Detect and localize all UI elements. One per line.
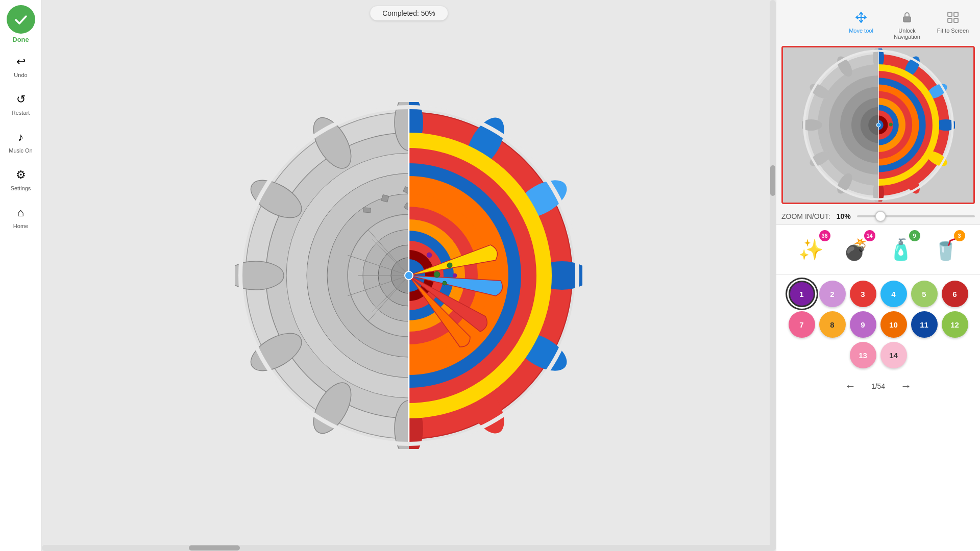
dropper-icon: 🧴 [888, 239, 914, 260]
restart-label: Restart [12, 110, 30, 116]
vertical-scrollbar[interactable] [770, 0, 776, 551]
svg-point-85 [405, 271, 413, 280]
main-canvas-area: Completed: 50% [42, 0, 776, 551]
color-14[interactable]: 14 [880, 342, 907, 368]
wand-badge: 36 [819, 230, 830, 241]
settings-label: Settings [11, 185, 31, 191]
music-icon: ♪ [12, 128, 30, 146]
svg-point-83 [453, 273, 457, 278]
svg-point-79 [434, 271, 440, 278]
move-tool-icon [852, 8, 870, 27]
powerup-dropper[interactable]: 🧴 9 [880, 229, 921, 270]
home-icon: ⌂ [12, 204, 30, 222]
done-label: Done [12, 36, 29, 43]
color-4[interactable]: 4 [880, 281, 907, 307]
boost-badge: 3 [954, 230, 965, 241]
fit-screen-button[interactable]: Fit to Screen [930, 4, 976, 44]
progress-bar: Completed: 50% [370, 6, 448, 20]
zoom-slider[interactable] [857, 215, 975, 217]
sidebar-item-undo[interactable]: ↩ Undo [3, 48, 39, 82]
palette-next-button[interactable]: → [895, 377, 917, 396]
color-palette: 1 2 3 4 5 6 7 8 9 10 11 12 13 14 ← 1/54 … [776, 274, 980, 551]
zoom-slider-thumb[interactable] [875, 211, 886, 222]
palette-page: 1/54 [871, 382, 885, 390]
horizontal-scroll-thumb[interactable] [189, 545, 240, 550]
boost-icon: 🥤 [933, 239, 959, 260]
color-3[interactable]: 3 [850, 281, 876, 307]
zoom-label: ZOOM IN/OUT: [781, 212, 830, 220]
color-9[interactable]: 9 [850, 311, 876, 338]
svg-rect-88 [948, 12, 952, 16]
color-1[interactable]: 1 [789, 281, 815, 307]
zoom-value: 10% [837, 212, 851, 220]
color-5[interactable]: 5 [911, 281, 938, 307]
palette-nav: ← 1/54 → [782, 372, 974, 400]
color-8[interactable]: 8 [819, 311, 846, 338]
right-panel: Move tool Unlock Navigation Fit to Scr [776, 0, 980, 551]
fit-screen-icon [944, 8, 962, 27]
sidebar-item-music[interactable]: ♪ Music On [3, 124, 39, 158]
lock-icon [898, 8, 916, 27]
wand-icon: ✨ [798, 239, 824, 260]
dropper-badge: 9 [909, 230, 920, 241]
canvas-area[interactable] [42, 0, 776, 551]
sidebar-item-restart[interactable]: ↺ Restart [3, 86, 39, 120]
mandala-canvas[interactable] [235, 102, 582, 449]
svg-point-82 [427, 253, 432, 258]
fit-screen-label: Fit to Screen [937, 28, 969, 34]
progress-text: Completed: 50% [382, 9, 435, 17]
svg-point-139 [876, 123, 880, 127]
move-tool-label: Move tool [849, 28, 873, 34]
music-label: Music On [9, 147, 32, 154]
powerup-wand[interactable]: ✨ 36 [791, 229, 831, 270]
unlock-nav-label: Unlock Navigation [886, 28, 928, 40]
home-label: Home [13, 223, 28, 229]
undo-icon: ↩ [12, 53, 30, 71]
horizontal-scrollbar[interactable] [42, 545, 776, 551]
undo-label: Undo [14, 72, 27, 78]
palette-prev-button[interactable]: ← [840, 377, 861, 396]
color-7[interactable]: 7 [789, 311, 815, 338]
svg-rect-22 [363, 208, 371, 213]
tools-row: Move tool Unlock Navigation Fit to Scr [776, 0, 980, 44]
svg-rect-89 [954, 12, 958, 16]
minimap[interactable] [781, 46, 975, 204]
color-10[interactable]: 10 [880, 311, 907, 338]
svg-rect-20 [381, 194, 389, 202]
color-2[interactable]: 2 [819, 281, 846, 307]
zoom-row: ZOOM IN/OUT: 10% [776, 208, 980, 224]
move-tool-button[interactable]: Move tool [838, 4, 884, 44]
sidebar-item-home[interactable]: ⌂ Home [3, 199, 39, 233]
color-11[interactable]: 11 [911, 311, 938, 338]
color-13[interactable]: 13 [850, 342, 876, 368]
powerups-row: ✨ 36 💣 14 🧴 9 🥤 3 [776, 224, 980, 274]
restart-icon: ↺ [12, 90, 30, 109]
svg-point-137 [889, 123, 892, 127]
done-button[interactable] [7, 5, 35, 34]
svg-rect-87 [903, 17, 911, 22]
unlock-nav-button[interactable]: Unlock Navigation [884, 4, 930, 44]
color-grid: 1 2 3 4 5 6 7 8 9 10 11 12 13 14 [782, 281, 974, 368]
svg-point-81 [443, 281, 447, 285]
svg-rect-90 [948, 18, 952, 22]
powerup-boost[interactable]: 🥤 3 [925, 229, 966, 270]
vertical-scroll-thumb[interactable] [770, 165, 775, 196]
svg-point-80 [447, 263, 452, 268]
bomb-icon: 💣 [843, 239, 869, 260]
svg-rect-91 [954, 18, 958, 22]
left-sidebar: Done ↩ Undo ↺ Restart ♪ Music On ⚙ Setti… [0, 0, 42, 551]
sidebar-item-settings[interactable]: ⚙ Settings [3, 162, 39, 195]
powerup-bomb[interactable]: 💣 14 [836, 229, 876, 270]
color-6[interactable]: 6 [942, 281, 968, 307]
bomb-badge: 14 [864, 230, 875, 241]
color-12[interactable]: 12 [942, 311, 968, 338]
settings-icon: ⚙ [12, 166, 30, 184]
